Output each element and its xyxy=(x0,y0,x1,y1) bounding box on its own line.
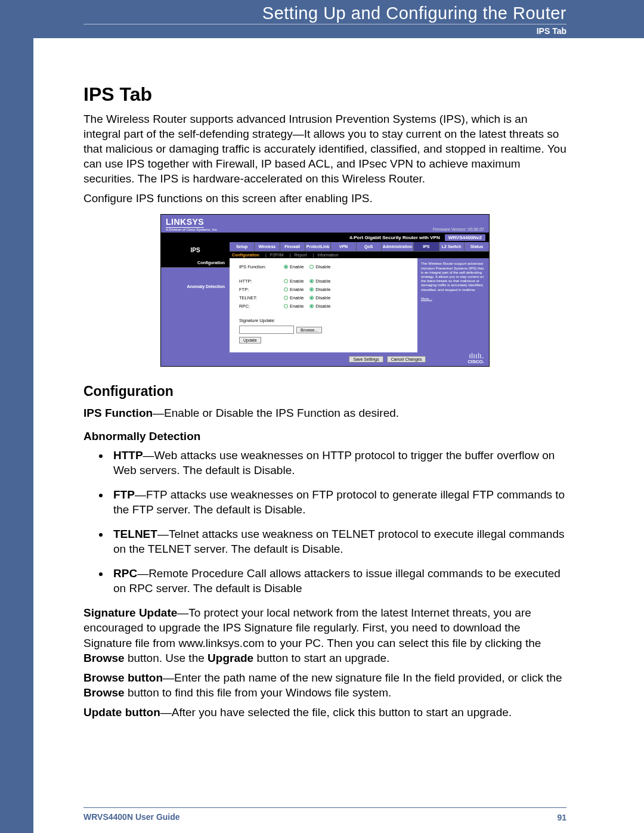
header-title: Setting Up and Configuring the Router xyxy=(131,4,566,23)
tab-status[interactable]: Status xyxy=(464,242,489,251)
tab-l2switch[interactable]: L2 Switch xyxy=(439,242,464,251)
tab-qos[interactable]: QoS xyxy=(356,242,381,251)
router-subtabs: Configuration | P2P/IM | Report | Inform… xyxy=(230,252,489,258)
page-footer: WRVS4400N User Guide 91 xyxy=(83,807,566,822)
radio-rpc-disable[interactable]: Disable xyxy=(309,304,330,309)
document-body: IPS Tab The Wireless Router supports adv… xyxy=(83,68,566,724)
input-signature-path[interactable] xyxy=(239,326,294,334)
footer-page-number: 91 xyxy=(557,813,566,822)
tab-setup[interactable]: Setup xyxy=(230,242,254,251)
left-blue-bar xyxy=(0,0,33,833)
tab-wireless[interactable]: Wireless xyxy=(254,242,279,251)
radio-http-enable[interactable]: Enable xyxy=(284,278,304,284)
router-form: IPS Function: Enable Disable HTTP: Enabl… xyxy=(230,258,417,352)
header-rule xyxy=(83,24,566,24)
save-settings-button[interactable]: Save Settings xyxy=(349,356,383,363)
heading-configuration: Configuration xyxy=(83,383,566,400)
side-item-anomaly[interactable]: Anomaly Detection xyxy=(161,282,230,291)
help-text: The Wireless Router support advanced Int… xyxy=(421,262,485,292)
tab-vpn[interactable]: VPN xyxy=(330,242,355,251)
label-ftp: FTP: xyxy=(239,287,284,292)
cancel-changes-button[interactable]: Cancel Changes xyxy=(387,356,426,363)
label-signature-update: Signature Update: xyxy=(239,318,411,323)
radio-ftp-disable[interactable]: Disable xyxy=(309,287,330,292)
router-logo-sub: A Division of Cisco Systems, Inc. xyxy=(166,228,218,231)
tab-protectlink[interactable]: ProtectLink xyxy=(305,242,331,251)
paragraph-update-button: Update button—After you have selected th… xyxy=(83,705,566,720)
page-header: Setting Up and Configuring the Router IP… xyxy=(0,0,644,38)
router-screenshot: LINKSYS A Division of Cisco Systems, Inc… xyxy=(160,214,490,366)
bullet-rpc: RPC—Remote Procedure Call allows attacke… xyxy=(110,566,566,596)
side-item-configuration[interactable]: Configuration xyxy=(161,258,230,268)
footer-guide-name: WRVS4400N User Guide xyxy=(83,812,180,822)
help-more-link[interactable]: More... xyxy=(421,297,485,301)
subtab-configuration[interactable]: Configuration xyxy=(232,253,259,257)
paragraph-configure: Configure IPS functions on this screen a… xyxy=(83,191,566,206)
paragraph-ips-function: IPS Function—Enable or Disable the IPS F… xyxy=(83,405,566,420)
router-tabs: Setup Wireless Firewall ProtectLink VPN … xyxy=(230,242,489,252)
subtab-p2pim[interactable]: P2P/IM xyxy=(270,253,284,257)
header-subtitle: IPS Tab xyxy=(537,26,566,36)
bullet-telnet: TELNET—Telnet attacks use weakness on TE… xyxy=(110,527,566,556)
bullet-ftp: FTP—FTP attacks use weaknesses on FTP pr… xyxy=(110,487,566,517)
label-ips-function: IPS Function: xyxy=(239,264,284,270)
label-http: HTTP: xyxy=(239,278,284,284)
tab-firewall[interactable]: Firewall xyxy=(280,242,305,251)
radio-ips-enable[interactable]: Enable xyxy=(284,264,304,270)
label-rpc: RPC: xyxy=(239,304,284,309)
detection-bullets: HTTP—Web attacks use weaknesses on HTTP … xyxy=(83,448,566,596)
router-section-label: IPS xyxy=(161,242,230,258)
update-button[interactable]: Update xyxy=(239,337,261,343)
paragraph-intro: The Wireless Router supports advanced In… xyxy=(83,112,566,186)
router-logo: LINKSYS xyxy=(166,217,204,228)
browse-button[interactable]: Browse... xyxy=(296,327,322,333)
radio-ips-disable[interactable]: Disable xyxy=(309,264,330,270)
router-side-nav: Configuration Anomaly Detection xyxy=(161,258,230,352)
radio-rpc-enable[interactable]: Enable xyxy=(284,304,304,309)
paragraph-signature-update: Signature Update—To protect your local n… xyxy=(83,605,566,665)
subtab-information[interactable]: Information xyxy=(317,253,338,257)
heading-abnormally-detection: Abnormally Detection xyxy=(83,430,566,443)
router-model: WRVS4400Nv2 xyxy=(445,234,485,241)
router-device-name: 4-Port Gigabit Security Router with VPN xyxy=(349,235,440,240)
radio-telnet-enable[interactable]: Enable xyxy=(284,295,304,301)
subtab-report[interactable]: Report xyxy=(295,253,307,257)
cisco-logo: ılıılı. CISCO. xyxy=(467,354,484,364)
router-help-panel: The Wireless Router support advanced Int… xyxy=(417,258,489,352)
radio-ftp-enable[interactable]: Enable xyxy=(284,287,304,292)
paragraph-browse-button: Browse button—Enter the path name of the… xyxy=(83,670,566,700)
heading-ips-tab: IPS Tab xyxy=(83,83,566,106)
radio-http-disable[interactable]: Disable xyxy=(309,278,330,284)
router-firmware: Firmware Version: V0.00.07 xyxy=(433,227,484,231)
tab-administration[interactable]: Administration xyxy=(381,242,413,251)
tab-ips[interactable]: IPS xyxy=(413,242,438,251)
bullet-http: HTTP—Web attacks use weaknesses on HTTP … xyxy=(110,448,566,478)
label-telnet: TELNET: xyxy=(239,295,284,301)
radio-telnet-disable[interactable]: Disable xyxy=(309,295,330,301)
